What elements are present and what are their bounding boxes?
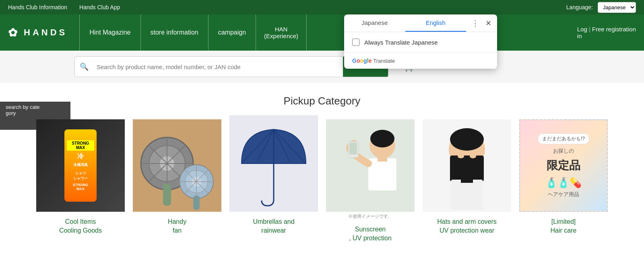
fan-svg <box>133 119 221 212</box>
translate-popup-header: Japanese English ⋮ ✕ <box>344 14 497 32</box>
hats-label: Hats and arm coversUV protection wear <box>437 217 497 235</box>
translate-popup: Japanese English ⋮ ✕ Always Translate Ja… <box>344 14 497 69</box>
close-button[interactable]: ✕ <box>483 16 494 30</box>
svg-rect-27 <box>378 156 387 162</box>
umbrella-image <box>229 119 318 212</box>
svg-rect-38 <box>461 177 473 183</box>
limited-title-text: 限定品 <box>547 158 580 173</box>
logo-icon: ✿ <box>8 26 20 39</box>
pickup-section: Pickup Category STRONG MAX 冷 冷感消臭 シャツシャワ… <box>0 83 644 255</box>
svg-point-28 <box>370 130 394 147</box>
category-item-sunscreen[interactable]: ※使用イメージです。 Sunscreen, UV protection <box>326 119 415 243</box>
nav-experience[interactable]: HAN(Experience) <box>256 14 307 51</box>
limited-bubble: まだまだあるかも!? <box>538 133 589 144</box>
top-bar-left: Hands Club Information Hands Club App <box>8 4 120 10</box>
sunscreen-image <box>326 119 415 212</box>
category-item-hats[interactable]: Hats and arm coversUV protection wear <box>423 119 511 243</box>
umbrella-label: Umbrellas andrainwear <box>253 217 294 235</box>
search-section: search by category 🔍 search 🛒 cart Japan… <box>0 51 644 83</box>
category-item-limited[interactable]: まだまだあるかも!? お探しの 限定品 🧴🧴💊 ヘアケア用品 [Limited]… <box>519 119 608 243</box>
sunscreen-note: ※使用イメージです。 <box>348 213 392 219</box>
limited-subtitle-text: ヘアケア用品 <box>548 191 579 198</box>
language-label: Language: <box>566 4 593 10</box>
category-item-cool[interactable]: STRONG MAX 冷 冷感消臭 シャツシャワー STRONGMAX Cool… <box>36 119 125 243</box>
login-register: Login | Free registration <box>577 26 636 39</box>
tab-japanese[interactable]: Japanese <box>344 14 405 32</box>
svg-point-35 <box>458 154 464 158</box>
limited-label: [Limited]Hair care <box>551 217 577 235</box>
svg-point-33 <box>450 128 484 151</box>
svg-point-36 <box>470 154 476 158</box>
always-translate-checkbox[interactable] <box>352 39 359 46</box>
svg-rect-16 <box>193 196 200 210</box>
svg-rect-26 <box>368 158 396 190</box>
pickup-title: Pickup Category <box>24 95 620 107</box>
search-input[interactable] <box>93 59 343 74</box>
cool-image: STRONG MAX 冷 冷感消臭 シャツシャワー STRONGMAX <box>36 119 125 212</box>
hands-club-app-link[interactable]: Hands Club App <box>79 4 120 10</box>
fan-label: Handyfan <box>168 217 186 235</box>
limited-icons-area: 🧴🧴💊 <box>545 177 582 188</box>
google-translate-footer: Google Translate <box>344 52 497 69</box>
hats-image <box>423 119 511 212</box>
fan-image <box>133 119 221 212</box>
main-nav: ✿ HANDS Hint Magazine store information … <box>0 14 644 51</box>
nav-hint-magazine[interactable]: Hint Magazine <box>79 14 140 51</box>
search-bar: 🔍 search <box>74 56 388 77</box>
tab-english[interactable]: English <box>405 14 466 32</box>
limited-search-text: お探しの <box>553 147 574 155</box>
svg-rect-30 <box>349 143 357 155</box>
category-grid: STRONG MAX 冷 冷感消臭 シャツシャワー STRONGMAX Cool… <box>24 119 620 243</box>
top-bar-right: Language: Japanese <box>566 2 636 13</box>
logo[interactable]: ✿ HANDS <box>8 26 67 39</box>
hats-svg <box>423 119 511 212</box>
category-item-umbrella[interactable]: Umbrellas andrainwear <box>229 119 318 243</box>
more-options-button[interactable]: ⋮ <box>469 16 481 30</box>
always-translate-row: Always Translate Japanese <box>352 39 489 46</box>
free-registration-link[interactable]: Free registration <box>592 26 636 39</box>
svg-rect-37 <box>451 180 483 210</box>
sunscreen-svg <box>326 119 415 212</box>
svg-rect-8 <box>163 184 171 206</box>
nav-links: Hint Magazine store information campaign… <box>79 14 577 51</box>
category-item-fan[interactable]: Handyfan <box>133 119 221 243</box>
logo-text: HANDS <box>24 27 67 38</box>
category-label: search by category <box>6 104 40 116</box>
nav-campaign[interactable]: campaign <box>208 14 256 51</box>
cool-label: Cool ItemsCooling Goods <box>59 217 102 235</box>
always-translate-label: Always Translate Japanese <box>364 39 438 46</box>
language-dropdown[interactable]: Japanese <box>598 2 636 13</box>
limited-image: まだまだあるかも!? お探しの 限定品 🧴🧴💊 ヘアケア用品 <box>519 119 608 212</box>
top-right-nav: Login | Free registration <box>577 26 636 39</box>
translate-tab-actions: ⋮ ✕ <box>466 14 497 32</box>
search-icon: 🔍 <box>75 59 93 74</box>
login-link[interactable]: Login <box>577 26 587 39</box>
separator: | <box>589 26 590 39</box>
translate-popup-body: Always Translate Japanese <box>344 32 497 52</box>
top-bar: Hands Club Information Hands Club App La… <box>0 0 644 14</box>
sunscreen-label: Sunscreen, UV protection <box>349 225 392 243</box>
translate-text: Translate <box>373 58 395 64</box>
nav-store-information[interactable]: store information <box>141 14 208 51</box>
google-logo: Google <box>352 57 372 64</box>
umbrella-svg <box>229 115 318 208</box>
hands-club-info-link[interactable]: Hands Club Information <box>8 4 67 10</box>
